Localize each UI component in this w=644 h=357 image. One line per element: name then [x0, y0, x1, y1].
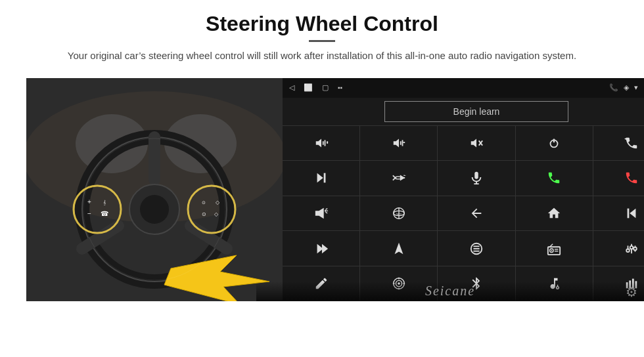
location-icon: ◈ [624, 83, 629, 92]
svg-text:◇: ◇ [216, 200, 220, 205]
watermark: Seicane [425, 284, 475, 299]
title-divider [309, 40, 335, 42]
svg-text:◇: ◇ [214, 211, 219, 217]
ctrl-power[interactable] [516, 126, 593, 161]
svg-point-78 [630, 245, 633, 249]
svg-point-72 [551, 249, 553, 251]
ctrl-phone-answer[interactable] [516, 161, 593, 196]
ctrl-mic[interactable] [438, 161, 515, 196]
content-area: + 𝄞 − ☎ ⊙ ◇ ⊙ ◇ ◁ ⬜ ▢ [26, 78, 618, 301]
statusbar: ◁ ⬜ ▢ ▪▪ 📞 ◈ ▾ 15:52 [283, 78, 644, 98]
gear-icon-bottom[interactable]: ⚙ [626, 284, 637, 300]
statusbar-left: ◁ ⬜ ▢ ▪▪ [289, 83, 342, 92]
ctrl-vol-up[interactable] [283, 126, 359, 161]
home-icon[interactable]: ⬜ [304, 83, 313, 92]
controls-grid: 360° [283, 125, 644, 301]
ctrl-360[interactable]: 360° [360, 196, 437, 231]
svg-marker-28 [394, 138, 399, 147]
ctrl-phone-hangup[interactable] [593, 161, 644, 196]
svg-marker-51 [315, 208, 323, 219]
ctrl-shuffle-next[interactable] [360, 161, 437, 196]
ctrl-phone-prev[interactable] [593, 126, 644, 161]
svg-marker-32 [471, 138, 476, 147]
ctrl-next[interactable] [283, 161, 359, 196]
svg-rect-61 [628, 209, 630, 219]
ctrl-horn[interactable] [283, 196, 359, 231]
svg-text:−: − [87, 210, 91, 217]
ctrl-vol-down[interactable] [360, 126, 437, 161]
svg-marker-63 [322, 243, 328, 253]
svg-marker-37 [624, 138, 627, 140]
svg-line-55 [325, 212, 327, 213]
svg-marker-23 [315, 138, 321, 147]
ctrl-back[interactable] [438, 196, 515, 231]
ctrl-fast-forward[interactable] [283, 231, 359, 266]
svg-marker-60 [630, 209, 636, 219]
ctrl-navigate[interactable] [360, 231, 437, 266]
page-container: Steering Wheel Control Your original car… [0, 0, 644, 357]
recents-icon[interactable]: ▢ [322, 83, 329, 92]
subtitle-text: Your original car’s steering wheel contr… [53, 49, 591, 64]
ctrl-sliders[interactable] [593, 231, 644, 266]
svg-text:⊙: ⊙ [202, 200, 206, 205]
svg-text:360°: 360° [396, 213, 402, 217]
statusbar-right: 📞 ◈ ▾ 15:52 [609, 83, 644, 93]
ctrl-radio[interactable] [516, 231, 593, 266]
phone-signal-icon: 📞 [609, 83, 618, 92]
title-section: Steering Wheel Control Your original car… [26, 12, 618, 73]
svg-point-79 [627, 249, 630, 252]
svg-text:⊙: ⊙ [202, 211, 206, 217]
wifi-icon: ▾ [634, 83, 638, 92]
ctrl-vol-mute[interactable] [438, 126, 515, 161]
svg-marker-47 [403, 175, 406, 177]
android-panel: ◁ ⬜ ▢ ▪▪ 📞 ◈ ▾ 15:52 Begin learn [283, 78, 644, 301]
svg-marker-64 [394, 242, 403, 253]
svg-point-80 [634, 247, 637, 250]
page-title: Steering Wheel Control [26, 12, 618, 36]
steering-wheel-photo: + 𝄞 − ☎ ⊙ ◇ ⊙ ◇ [26, 78, 283, 301]
back-icon[interactable]: ◁ [289, 83, 294, 92]
svg-text:☎: ☎ [101, 210, 108, 217]
ctrl-skip-back[interactable] [593, 196, 644, 231]
begin-learn-bar: Begin learn [283, 98, 644, 125]
svg-point-10 [140, 195, 169, 224]
svg-marker-39 [317, 173, 323, 183]
ctrl-eq[interactable] [438, 231, 515, 266]
svg-rect-40 [323, 173, 325, 183]
ctrl-home[interactable] [516, 196, 593, 231]
svg-rect-48 [474, 172, 478, 179]
battery-icon: ▪▪ [338, 84, 342, 91]
svg-point-52 [325, 210, 327, 212]
svg-line-53 [325, 209, 327, 210]
begin-learn-button[interactable]: Begin learn [384, 101, 568, 122]
svg-text:+: + [87, 198, 91, 205]
